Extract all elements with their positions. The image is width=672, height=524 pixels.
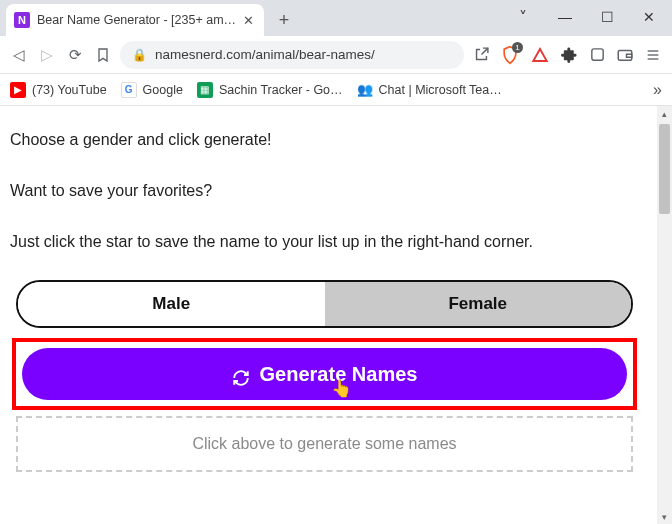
generate-label: Generate Names — [260, 359, 418, 390]
intro-line-2: Want to save your favorites? — [10, 179, 643, 204]
intro-line-3: Just click the star to save the name to … — [10, 230, 643, 255]
profile-icon[interactable] — [586, 44, 608, 66]
google-icon: G — [121, 82, 137, 98]
bookmark-google[interactable]: G Google — [121, 82, 183, 98]
bookmarks-overflow-icon[interactable]: » — [653, 81, 662, 99]
bookmark-current-icon[interactable] — [92, 44, 114, 66]
sheets-icon: ▦ — [197, 82, 213, 98]
bookmark-label: (73) YouTube — [32, 83, 107, 97]
placeholder-text: Click above to generate some names — [192, 432, 456, 457]
bookmark-label: Chat | Microsoft Tea… — [379, 83, 502, 97]
svg-rect-2 — [627, 54, 632, 57]
minimize-button[interactable]: — — [544, 4, 586, 30]
bookmark-sheets[interactable]: ▦ Sachin Tracker - Go… — [197, 82, 343, 98]
share-icon[interactable] — [470, 44, 492, 66]
maximize-button[interactable]: ☐ — [586, 4, 628, 30]
scroll-up-button[interactable]: ▴ — [657, 106, 672, 121]
svg-rect-0 — [591, 49, 602, 60]
back-button[interactable]: ◁ — [8, 44, 30, 66]
teams-icon: 👥 — [357, 82, 373, 98]
reload-button[interactable]: ⟳ — [64, 44, 86, 66]
lock-icon: 🔒 — [132, 48, 147, 62]
youtube-icon: ▶ — [10, 82, 26, 98]
tab-title: Bear Name Generator - [235+ am… — [37, 13, 236, 27]
intro-line-1: Choose a gender and click generate! — [10, 128, 643, 153]
window-titlebar: N Bear Name Generator - [235+ am… ✕ + ˅ … — [0, 0, 672, 36]
scrollbar-thumb[interactable] — [659, 124, 670, 214]
wallet-icon[interactable] — [614, 44, 636, 66]
page-content: Choose a gender and click generate! Want… — [0, 106, 657, 472]
gender-male-button[interactable]: Male — [18, 282, 325, 326]
bookmark-youtube[interactable]: ▶ (73) YouTube — [10, 82, 107, 98]
address-bar[interactable]: 🔒 namesnerd.com/animal/bear-names/ — [120, 41, 464, 69]
browser-tab[interactable]: N Bear Name Generator - [235+ am… ✕ — [6, 4, 264, 36]
menu-icon[interactable] — [642, 44, 664, 66]
refresh-icon — [232, 365, 250, 383]
brave-shield-icon[interactable]: 1 — [498, 43, 522, 67]
svg-rect-1 — [618, 50, 632, 60]
page-viewport: Choose a gender and click generate! Want… — [0, 106, 672, 524]
window-controls: ˅ — ☐ ✕ — [502, 4, 672, 36]
tab-search-icon[interactable]: ˅ — [502, 4, 544, 30]
tab-favicon: N — [14, 12, 30, 28]
bookmark-teams[interactable]: 👥 Chat | Microsoft Tea… — [357, 82, 502, 98]
gender-female-button[interactable]: Female — [325, 282, 632, 326]
results-placeholder: Click above to generate some names — [16, 416, 633, 472]
bookmark-label: Sachin Tracker - Go… — [219, 83, 343, 97]
generate-highlight-box: Generate Names 👆 — [12, 338, 637, 410]
shield-badge: 1 — [512, 42, 523, 53]
close-tab-icon[interactable]: ✕ — [243, 13, 254, 28]
url-text: namesnerd.com/animal/bear-names/ — [155, 47, 375, 62]
gender-toggle: Male Female — [16, 280, 633, 328]
extensions-puzzle-icon[interactable] — [558, 44, 580, 66]
extension-triangle-icon[interactable] — [528, 43, 552, 67]
new-tab-button[interactable]: + — [270, 6, 298, 34]
generate-names-button[interactable]: Generate Names — [22, 348, 627, 400]
close-window-button[interactable]: ✕ — [628, 4, 670, 30]
browser-toolbar: ◁ ▷ ⟳ 🔒 namesnerd.com/animal/bear-names/… — [0, 36, 672, 74]
scroll-down-button[interactable]: ▾ — [657, 509, 672, 524]
bookmark-label: Google — [143, 83, 183, 97]
bookmarks-bar: ▶ (73) YouTube G Google ▦ Sachin Tracker… — [0, 74, 672, 106]
forward-button[interactable]: ▷ — [36, 44, 58, 66]
